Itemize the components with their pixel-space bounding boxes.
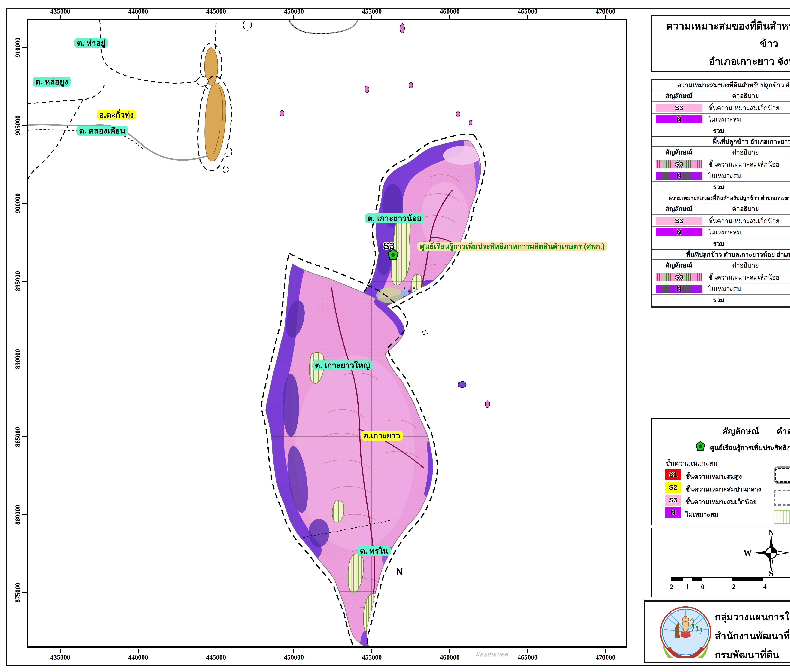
map-n-annotation: N [396,566,403,577]
axis-tick-label-top: 440000 [128,8,148,15]
legend-header-description: คำอธิบาย [777,424,790,438]
legend-label-n: ไม่เหมาะสม [685,509,718,520]
axis-tick-label-top: 460000 [440,8,460,15]
axis-tick-label-top: 455000 [362,8,382,15]
axis-tick-label-bottom: 460000 [440,653,460,661]
tick-mark [371,649,372,653]
table-rice-area-tambon: พื้นที่ปลูกข้าว ตำบลเกาะยาวน้อย อำเภอเกา… [652,250,790,307]
tick-mark [605,14,606,19]
table-row: S3 [652,272,706,283]
table-suitability-amphoe: ความเหมาะสมของที่ดินสำหรับปลูกข้าว อำเภอ… [652,80,790,137]
table-title: ความเหมาะสมของที่ดินสำหรับปลูกข้าว อำเภอ… [652,80,790,90]
legend-class-section-label: ชั้นความเหมาะสม [665,458,718,469]
legend-label-s1: ชั้นความเหมาะสมสูง [685,472,742,482]
tick-mark [605,649,606,653]
scale-bar-segment [692,577,702,581]
learning-center-marker-icon [387,248,399,261]
tick-mark [527,14,528,19]
swatch-s3: S3 [675,104,683,112]
table-row: N [652,227,706,238]
axis-tick-label-left: 895000 [14,271,21,291]
axis-tick-label-bottom: 470000 [595,653,616,661]
compass-and-scale: N S W E Kilometers 2102468 [651,528,790,597]
table-row: S3 [652,159,706,170]
legend-swatch-s2: S2 [665,482,681,493]
label-learning-center: ศูนย์เรียนรู้การเพิ่มประสิทธิภาพการผลิตส… [417,242,607,251]
swatch-s3-hatched: S3 [675,274,683,281]
axis-tick-label-left: 885000 [14,427,21,447]
credits-box: กลุ่มวางแผนการใช้ที่ดิน สำนักงานพัฒนาที่… [644,600,790,662]
compass-w: W [744,548,752,558]
table-suitability-tambon: ความเหมาะสมของที่ดินสำหรับปลูกข้าว ตำบลเ… [652,194,790,250]
statistics-tables: ความเหมาะสมของที่ดินสำหรับปลูกข้าว อำเภอ… [651,79,790,308]
tick-mark [22,203,27,204]
label-tambon-khlong-khian: ต. คลองเคียน [77,126,128,136]
col-symbol: สัญลักษณ์ [652,90,706,102]
label-tambon-tha-yu: ต. ท่าอยู่ [74,38,108,48]
legend-swatch-s1: S1 [665,469,681,480]
compass-s: S [769,569,774,578]
land-development-department-seal [659,606,712,658]
axis-tick-label-top: 445000 [206,8,226,15]
legend-rice-area-symbol [774,510,790,524]
scale-bar-segment [672,577,682,581]
learning-center-legend-icon [696,441,705,451]
axis-tick-label-left: 910000 [14,37,21,58]
swatch-n-hatched: N [676,285,681,293]
map-title-line1: ความเหมาะสมของที่ดินสำหรับปลูกพืชเศรษฐกิ… [652,18,790,34]
legend-learning-center-label: ศูนย์เรียนรู้การเพิ่มประสิทธิภาพการผลิตส… [710,442,790,453]
col-area: เนื้อที่ (ไร่) [785,90,790,102]
tick-mark [449,649,450,653]
axis-tick-label-top: 450000 [284,8,304,15]
swatch-s3: S3 [675,217,683,225]
tick-mark [138,649,139,653]
map-signature: Kasmanee [475,651,508,658]
axis-tick-label-top: 435000 [50,8,70,15]
tan-islands [197,20,251,173]
compass-rose-icon [753,535,789,571]
scale-bar-number: 2 [732,583,736,591]
compass-n: N [768,528,774,537]
axis-tick-label-left: 905000 [14,115,21,135]
scale-bar-segment [732,577,763,581]
legend-swatch-n: N [665,507,681,518]
axis-tick-label-top: 465000 [518,8,537,15]
tick-mark [22,47,27,48]
table-row: N [652,114,706,125]
table-row: N [652,170,706,182]
swatch-n-hatched: N [676,172,681,179]
scale-bar-segment [682,577,692,581]
credit-line1: กลุ่มวางแผนการใช้ที่ดิน [715,609,790,625]
tick-mark [60,14,61,19]
tick-mark [216,649,216,653]
legend-amphoe-boundary-symbol [774,466,790,484]
scale-bar-segment [763,577,790,581]
axis-tick-label-left: 900000 [14,193,21,213]
label-tambon-lo-yung: ต. หล่อยูง [33,77,70,87]
tick-mark [22,125,27,126]
scale-bar-segment [702,577,732,581]
scale-bar-number: 0 [701,583,705,591]
tick-mark [22,592,27,593]
tick-mark [449,14,450,19]
tick-mark [22,281,27,282]
axis-tick-label-bottom: 465000 [518,653,537,661]
legend-header-symbol: สัญลักษณ์ [723,424,759,438]
island-ko-yao-yai [261,253,445,646]
table-row: S3 [652,215,706,227]
map-title-box: ความเหมาะสมของที่ดินสำหรับปลูกพืชเศรษฐกิ… [651,15,790,72]
axis-tick-label-bottom: 450000 [284,653,304,661]
tick-mark [527,649,528,653]
tick-mark [293,14,294,19]
axis-tick-label-left: 875000 [14,583,21,603]
table-title: ความเหมาะสมของที่ดินสำหรับปลูกข้าว ตำบลเ… [652,194,790,203]
table-row: N [652,283,706,295]
axis-tick-label-bottom: 435000 [50,653,70,661]
map-title-line3: อำเภอเกาะยาว จังหวัดพังงา [652,53,790,69]
scale-bar-number: 1 [686,583,689,591]
tick-mark [371,14,372,19]
label-tambon-ko-yao-noi: ต. เกาะยาวน้อย [365,213,424,223]
label-amphoe-takua-thung: อ.ตะกั่วทุ่ง [97,110,136,120]
swatch-s3-hatched: S3 [675,160,683,168]
legend-label-s2: ชั้นความเหมาะสมปานกลาง [685,484,761,494]
